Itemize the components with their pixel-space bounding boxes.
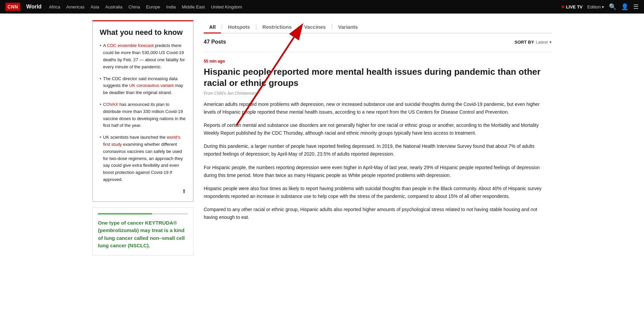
nav-link-americas[interactable]: Americas — [66, 4, 84, 9]
cdc-link[interactable]: CDC ensemble forecast — [107, 43, 154, 48]
live-tv-button[interactable]: LIVE TV — [562, 4, 583, 9]
nav-link-australia[interactable]: Australia — [105, 4, 123, 9]
nav-brand[interactable]: World — [26, 4, 42, 10]
edition-button[interactable]: Edition ▾ — [587, 4, 604, 9]
sort-chevron-icon: ▾ — [549, 40, 552, 45]
nav-link-china[interactable]: China — [128, 4, 140, 9]
article-author: From CNN's Jen Christensen — [204, 91, 552, 96]
ad-progress-bar — [98, 213, 188, 214]
article-para-5: Hispanic people were also four times as … — [204, 185, 552, 200]
tab-variants[interactable]: Variants — [333, 21, 363, 33]
card-title: What you need to know — [100, 28, 186, 37]
bullet-1: A CDC ensemble forecast predicts there c… — [100, 42, 186, 70]
article-timestamp: 55 min ago — [204, 59, 552, 64]
posts-count: 47 Posts — [204, 39, 226, 45]
tab-hotspots[interactable]: Hotspots — [223, 21, 255, 33]
sort-by-control[interactable]: SORT BY Latest ▾ — [515, 40, 552, 45]
article-para-3: During this pandemic, a larger number of… — [204, 142, 552, 158]
cnn-logo[interactable]: CNN — [5, 3, 20, 11]
need-to-know-card: What you need to know A CDC ensemble for… — [92, 20, 194, 202]
main-content: All | Hotspots | Restrictions | Vaccines… — [204, 20, 552, 255]
sort-by-label: SORT BY — [515, 40, 534, 45]
tab-vaccines[interactable]: Vaccines — [299, 21, 331, 33]
tab-restrictions[interactable]: Restrictions — [257, 21, 297, 33]
posts-header: 47 Posts SORT BY Latest ▾ — [204, 39, 552, 45]
menu-icon[interactable]: ☰ — [633, 3, 639, 10]
nav-link-uk[interactable]: United Kingdom — [211, 4, 242, 9]
nav-link-europe[interactable]: Europe — [146, 4, 160, 9]
nav-link-middleeast[interactable]: Middle East — [182, 4, 205, 9]
article-card: 55 min ago Hispanic people reported more… — [204, 52, 552, 233]
share-button[interactable]: ⬆ — [100, 188, 186, 195]
article-para-2: Reports of certain mental and substance … — [204, 121, 552, 137]
article-para-6: Compared to any other racial or ethnic g… — [204, 206, 552, 221]
tab-all[interactable]: All — [204, 21, 221, 33]
ad-text: One type of cancer KEYTRUDA® (pembrolizu… — [98, 219, 188, 250]
article-body: American adults reported more problems w… — [204, 100, 552, 221]
article-title[interactable]: Hispanic people reported more mental hea… — [204, 66, 552, 88]
top-navigation: CNN World Africa Americas Asia Australia… — [0, 0, 644, 14]
bullet-4: UK scientists have launched the world's … — [100, 134, 186, 183]
page-container: What you need to know A CDC ensemble for… — [85, 14, 559, 262]
user-icon[interactable]: 👤 — [621, 3, 628, 10]
content-tabs: All | Hotspots | Restrictions | Vaccines… — [204, 20, 552, 33]
bullet-2: The CDC director said increasing data su… — [100, 75, 186, 96]
bullet-3: COVAX has announced its plan to distribu… — [100, 101, 186, 129]
sidebar: What you need to know A CDC ensemble for… — [92, 20, 194, 255]
nav-link-india[interactable]: India — [166, 4, 176, 9]
covax-link[interactable]: COVAX — [103, 102, 118, 107]
sort-value: Latest — [536, 40, 548, 45]
uk-variant-link[interactable]: UK coronavirus variant — [129, 83, 174, 88]
bullets-list: A CDC ensemble forecast predicts there c… — [100, 42, 186, 183]
study-link[interactable]: world's first study — [103, 135, 180, 147]
live-dot — [562, 5, 564, 8]
nav-right-controls: LIVE TV Edition ▾ 🔍 👤 ☰ — [562, 3, 639, 10]
search-icon[interactable]: 🔍 — [609, 3, 616, 10]
nav-link-asia[interactable]: Asia — [91, 4, 99, 9]
nav-link-africa[interactable]: Africa — [49, 4, 60, 9]
article-para-4: For Hispanic people, the numbers reporti… — [204, 164, 552, 179]
ad-card: One type of cancer KEYTRUDA® (pembrolizu… — [92, 207, 194, 255]
article-para-1: American adults reported more problems w… — [204, 100, 552, 116]
